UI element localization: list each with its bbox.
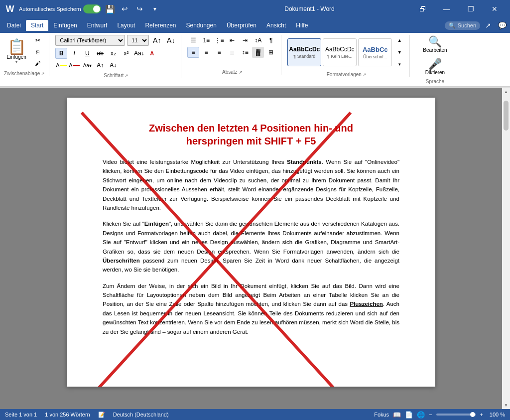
styles-content: AaBbCcDc ¶ Standard AaBbCcDc ¶ Kein Lee.… [287, 35, 405, 70]
align-center-button[interactable]: ≡ [200, 47, 212, 58]
multilevel-button[interactable]: ⋮≡ [213, 35, 225, 46]
shading-button[interactable]: ▓ [252, 47, 264, 58]
search-label: Suchen [458, 22, 476, 28]
format-painter-button[interactable]: 🖌 [31, 58, 45, 69]
numbering-button[interactable]: 1≡ [200, 35, 212, 46]
clipboard-expand-icon[interactable]: ↗ [41, 71, 45, 76]
font-expand-icon[interactable]: ↗ [125, 73, 128, 78]
search-ribbon-icon: 🔍 [428, 36, 442, 47]
zoom-in-button[interactable]: + [480, 412, 483, 418]
text-highlight-button[interactable]: A [55, 60, 67, 71]
menu-item-datei[interactable]: Datei [2, 20, 26, 31]
redo-icon[interactable]: ↪ [134, 3, 146, 15]
copy-button[interactable]: ⎘ [31, 46, 45, 57]
strikethrough-button[interactable]: ab [94, 48, 106, 59]
menu-item-start[interactable]: Start [26, 20, 48, 31]
increase-font-button[interactable]: A↑ [151, 35, 163, 46]
proofing-icon: 📝 [98, 412, 105, 418]
style-standard[interactable]: AaBbCcDc ¶ Standard [287, 38, 321, 66]
menu-bar-right: 🔍 Suchen ↗ 💬 [445, 19, 508, 31]
bold-button[interactable]: B [55, 48, 67, 59]
restore-button[interactable]: ❐ [459, 2, 482, 16]
align-left-button[interactable]: ≡ [187, 47, 199, 58]
styles-expand-icon[interactable]: ↗ [363, 72, 367, 77]
focus-button[interactable]: Fokus [374, 412, 389, 418]
zoom-level[interactable]: 100 % [487, 412, 505, 418]
underline-button[interactable]: U [81, 48, 93, 59]
print-layout-icon[interactable]: 📄 [405, 411, 413, 419]
search-ribbon-button[interactable]: 🔍 Bearbeiten [420, 35, 450, 54]
paste-button[interactable]: 📋 Einfügen ▾ [4, 38, 28, 66]
line-spacing-button[interactable]: ↕≡ [239, 47, 251, 58]
menu-item-einfuegen[interactable]: Einfügen [48, 20, 82, 31]
sort-button[interactable]: ↕A [252, 35, 264, 46]
italic-button[interactable]: I [68, 48, 80, 59]
cut-button[interactable]: ✂ [31, 35, 45, 46]
minimize-button[interactable]: — [435, 2, 458, 16]
align-right-button[interactable]: ≡ [213, 47, 225, 58]
styles-expand[interactable]: ▾ [393, 59, 405, 70]
document-scroll-area[interactable]: Zwischen den letzten 4 Positionen hin- u… [0, 88, 502, 409]
font-format-buttons: B I U ab x₂ x² Aa↓ A [55, 48, 177, 59]
comment-icon[interactable]: 💬 [496, 19, 508, 31]
close-button[interactable]: ✕ [483, 2, 506, 16]
font-name-select[interactable]: Calibri (Textkörper) [55, 35, 125, 46]
scroll-thumb[interactable] [504, 101, 509, 131]
font-size-decrease2[interactable]: A↓ [107, 60, 119, 71]
quick-access-more-icon[interactable]: ▾ [149, 3, 161, 15]
style-standard-label: ¶ Standard [293, 54, 315, 59]
paste-icon: 📋 [7, 39, 26, 54]
save-icon[interactable]: 💾 [104, 3, 116, 15]
clipboard-content: 📋 Einfügen ▾ ✂ ⎘ 🖌 [4, 35, 44, 69]
read-mode-icon[interactable]: 📖 [393, 411, 401, 419]
style-no-spacing-preview: AaBbCcDc [325, 46, 355, 53]
font-size-increase2[interactable]: A↑ [94, 60, 106, 71]
share-icon[interactable]: ↗ [482, 19, 494, 31]
subscript-button[interactable]: x₂ [107, 48, 119, 59]
show-marks-button[interactable]: ¶ [265, 35, 277, 46]
justify-button[interactable]: ≣ [226, 47, 238, 58]
style-no-spacing[interactable]: AaBbCcDc ¶ Kein Lee... [323, 38, 357, 66]
web-layout-icon[interactable]: 🌐 [417, 411, 425, 419]
menu-item-ueberpruefen[interactable]: Überprüfen [222, 20, 261, 31]
font-size-select[interactable]: 11 12 [127, 35, 149, 46]
change-case-button[interactable]: Aa▾ [81, 60, 93, 71]
menu-item-sendungen[interactable]: Sendungen [181, 20, 222, 31]
font-color-button[interactable]: A [68, 60, 80, 71]
text-effects-button[interactable]: A [146, 48, 158, 59]
styles-scroll-up[interactable]: ▲ [393, 35, 405, 46]
search-box[interactable]: 🔍 Suchen [445, 21, 480, 30]
scroll-track[interactable] [502, 96, 510, 401]
undo-icon[interactable]: ↩ [119, 3, 131, 15]
menu-item-referenzen[interactable]: Referenzen [140, 20, 181, 31]
clear-format-button[interactable]: Aa↓ [133, 48, 145, 59]
ribbon-collapse-icon[interactable]: 🗗 [411, 2, 434, 16]
style-heading[interactable]: AaBbCc Überschrif... [358, 38, 392, 66]
dictate-button[interactable]: 🎤 Diktieren [422, 57, 448, 77]
toggle-knob [93, 5, 100, 12]
autosave-section[interactable]: Automatisches Speichern [19, 4, 101, 13]
menu-item-ansicht[interactable]: Ansicht [261, 20, 291, 31]
styles-scroll-down[interactable]: ▼ [393, 47, 405, 58]
zoom-out-button[interactable]: − [429, 412, 432, 418]
autosave-toggle[interactable] [83, 4, 101, 13]
decrease-indent-button[interactable]: ⇤ [226, 35, 238, 46]
language-indicator[interactable]: Deutsch (Deutschland) [113, 412, 169, 418]
menu-item-entwurf[interactable]: Entwurf [82, 20, 113, 31]
bullets-button[interactable]: ☰ [187, 35, 199, 46]
ribbon-group-styles: AaBbCcDc ¶ Standard AaBbCcDc ¶ Kein Lee.… [287, 35, 410, 77]
borders-button[interactable]: ⊞ [265, 47, 277, 58]
paragraph-controls: ☰ 1≡ ⋮≡ ⇤ ⇥ ↕A ¶ ≡ ≡ ≡ ≣ ↕≡ ▓ ⊞ [187, 35, 277, 59]
style-heading-preview: AaBbCc [363, 46, 388, 53]
superscript-button[interactable]: x² [120, 48, 132, 59]
style-heading-label: Überschrif... [363, 54, 387, 59]
menu-item-layout[interactable]: Layout [112, 20, 140, 31]
scroll-up-button[interactable]: ▲ [502, 88, 510, 96]
paragraph-expand-icon[interactable]: ↗ [239, 70, 243, 75]
vertical-scrollbar[interactable]: ▲ ▼ [502, 88, 510, 409]
menu-item-hilfe[interactable]: Hilfe [291, 20, 313, 31]
scroll-down-button[interactable]: ▼ [502, 401, 510, 409]
zoom-slider[interactable] [436, 414, 476, 416]
decrease-font-button[interactable]: A↓ [165, 35, 177, 46]
increase-indent-button[interactable]: ⇥ [239, 35, 251, 46]
